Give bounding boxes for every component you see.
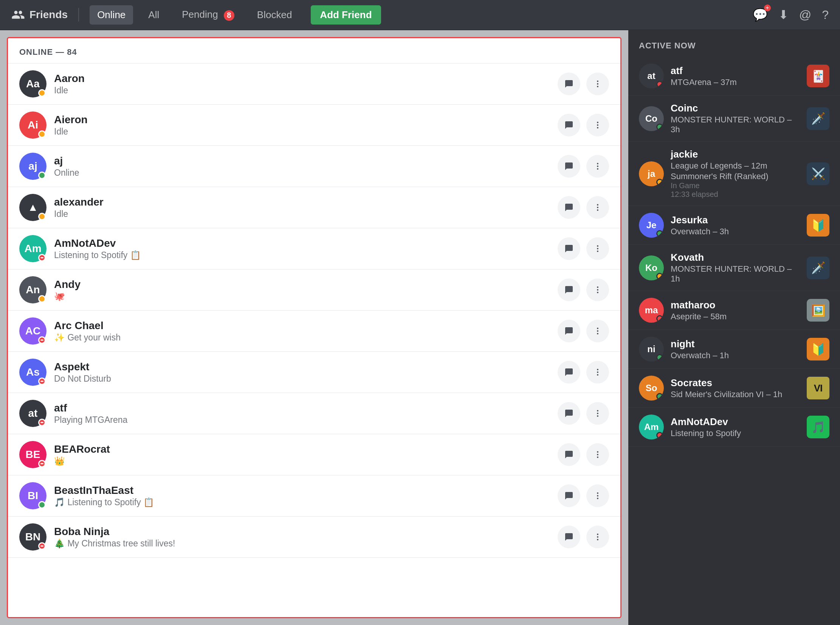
more-button[interactable] xyxy=(586,73,609,95)
status-dot xyxy=(38,89,46,97)
friend-name: BEARocrat xyxy=(54,443,550,456)
active-name: Kovath xyxy=(671,252,800,263)
active-game-sub: Summoner's Rift (Ranked) xyxy=(671,171,800,181)
message-button[interactable] xyxy=(558,73,580,95)
active-info: Coinc MONSTER HUNTER: WORLD – 3h xyxy=(671,103,800,135)
message-button[interactable] xyxy=(558,525,580,548)
tab-blocked[interactable]: Blocked xyxy=(249,5,300,25)
chat-badge: + xyxy=(764,5,771,11)
active-item[interactable]: ni night Overwatch – 1h 🔰 xyxy=(628,330,840,369)
more-button[interactable] xyxy=(586,155,609,177)
friend-item[interactable]: BN Boba Ninja 🎄 My Christmas tree still … xyxy=(8,516,620,558)
svg-point-29 xyxy=(597,457,598,458)
message-button[interactable] xyxy=(558,320,580,342)
friend-item[interactable]: Aa Aaron Idle xyxy=(8,64,620,105)
friend-item[interactable]: Ai Aieron Idle xyxy=(8,105,620,146)
active-avatar: Am xyxy=(639,415,664,440)
more-button[interactable] xyxy=(586,484,609,507)
message-button[interactable] xyxy=(558,114,580,137)
message-button[interactable] xyxy=(558,443,580,466)
active-info: jackie League of Legends – 12m Summoner'… xyxy=(671,149,800,199)
tab-pending[interactable]: Pending 8 xyxy=(174,5,242,25)
more-button[interactable] xyxy=(586,196,609,219)
friend-item[interactable]: ▲ alexander Idle xyxy=(8,187,620,228)
add-friend-button[interactable]: Add Friend xyxy=(311,5,381,25)
friend-item[interactable]: BI BeastInThaEast 🎵 Listening to Spotify… xyxy=(8,475,620,516)
svg-point-8 xyxy=(597,168,598,169)
message-button[interactable] xyxy=(558,237,580,260)
more-button[interactable] xyxy=(586,320,609,342)
more-button[interactable] xyxy=(586,237,609,260)
more-button[interactable] xyxy=(586,402,609,425)
friend-info: alexander Idle xyxy=(54,196,550,219)
friend-name: alexander xyxy=(54,196,550,208)
status-dot xyxy=(38,171,46,179)
friend-item[interactable]: An Andy 🐙 xyxy=(8,269,620,311)
game-icon: 🔰 xyxy=(807,214,829,236)
download-icon[interactable]: ⬇ xyxy=(778,8,789,22)
svg-point-33 xyxy=(597,533,598,535)
friend-item[interactable]: BE BEARocrat 👑 xyxy=(8,434,620,475)
at-icon[interactable]: @ xyxy=(799,8,811,22)
svg-point-26 xyxy=(597,415,598,417)
active-item[interactable]: Am AmNotADev Listening to Spotify 🎵 xyxy=(628,408,840,447)
active-status-dot xyxy=(656,315,663,322)
friend-info: BeastInThaEast 🎵 Listening to Spotify 📋 xyxy=(54,484,550,507)
friends-nav-label: Friends xyxy=(11,8,68,22)
avatar-wrap: So xyxy=(639,376,664,401)
svg-point-15 xyxy=(597,286,598,288)
active-avatar: ja xyxy=(639,161,664,186)
active-item[interactable]: ma matharoo Aseprite – 58m 🖼️ xyxy=(628,291,840,330)
status-dot xyxy=(38,295,46,303)
status-dot xyxy=(38,131,46,138)
more-button[interactable] xyxy=(586,278,609,301)
more-button[interactable] xyxy=(586,525,609,548)
friend-actions xyxy=(558,525,609,548)
friend-item[interactable]: AC Arc Chael ✨ Get your wish xyxy=(8,311,620,352)
svg-point-6 xyxy=(597,163,598,164)
message-button[interactable] xyxy=(558,484,580,507)
active-info: Jesurka Overwatch – 3h xyxy=(671,214,800,236)
avatar-wrap: Co xyxy=(639,106,664,131)
message-button[interactable] xyxy=(558,278,580,301)
status-dot xyxy=(38,501,46,508)
active-item[interactable]: ja jackie League of Legends – 12m Summon… xyxy=(628,142,840,206)
svg-point-1 xyxy=(597,83,598,85)
game-icon: 🖼️ xyxy=(807,299,829,322)
friend-item[interactable]: aj aj Online xyxy=(8,146,620,187)
game-icon: 🗡️ xyxy=(807,257,829,279)
friend-actions xyxy=(558,402,609,425)
chat-icon[interactable]: 💬+ xyxy=(753,8,768,22)
svg-point-23 xyxy=(597,374,598,376)
svg-point-17 xyxy=(597,292,598,293)
more-button[interactable] xyxy=(586,443,609,466)
active-item[interactable]: Ko Kovath MONSTER HUNTER: WORLD – 1h 🗡️ xyxy=(628,245,840,291)
message-button[interactable] xyxy=(558,155,580,177)
active-item[interactable]: Co Coinc MONSTER HUNTER: WORLD – 3h 🗡️ xyxy=(628,96,840,142)
tab-online[interactable]: Online xyxy=(90,5,133,25)
active-status-dot xyxy=(656,432,663,439)
online-count: ONLINE — 84 xyxy=(8,38,620,64)
friend-status: ✨ Get your wish xyxy=(54,333,550,343)
active-name: atf xyxy=(671,65,800,77)
friend-item[interactable]: Am AmNotADev Listening to Spotify 📋 xyxy=(8,228,620,269)
friend-status: Idle xyxy=(54,127,550,137)
message-button[interactable] xyxy=(558,402,580,425)
help-icon[interactable]: ? xyxy=(822,8,829,22)
message-button[interactable] xyxy=(558,361,580,384)
friend-item[interactable]: As Aspekt Do Not Disturb xyxy=(8,352,620,393)
message-button[interactable] xyxy=(558,196,580,219)
active-status-dot xyxy=(656,81,663,88)
friend-item[interactable]: at atf Playing MTGArena xyxy=(8,393,620,434)
more-button[interactable] xyxy=(586,361,609,384)
svg-point-25 xyxy=(597,413,598,414)
active-item[interactable]: Je Jesurka Overwatch – 3h 🔰 xyxy=(628,206,840,245)
active-elapsed: 12:33 elapsed xyxy=(671,190,800,199)
more-button[interactable] xyxy=(586,114,609,137)
active-item[interactable]: at atf MTGArena – 37m 🃏 xyxy=(628,57,840,96)
tab-all[interactable]: All xyxy=(140,5,167,25)
friend-name: Aspekt xyxy=(54,361,550,373)
active-now-header: ACTIVE NOW xyxy=(628,30,840,57)
active-item[interactable]: So Socrates Sid Meier's Civilization VI … xyxy=(628,369,840,408)
avatar-wrap: As xyxy=(19,359,47,386)
